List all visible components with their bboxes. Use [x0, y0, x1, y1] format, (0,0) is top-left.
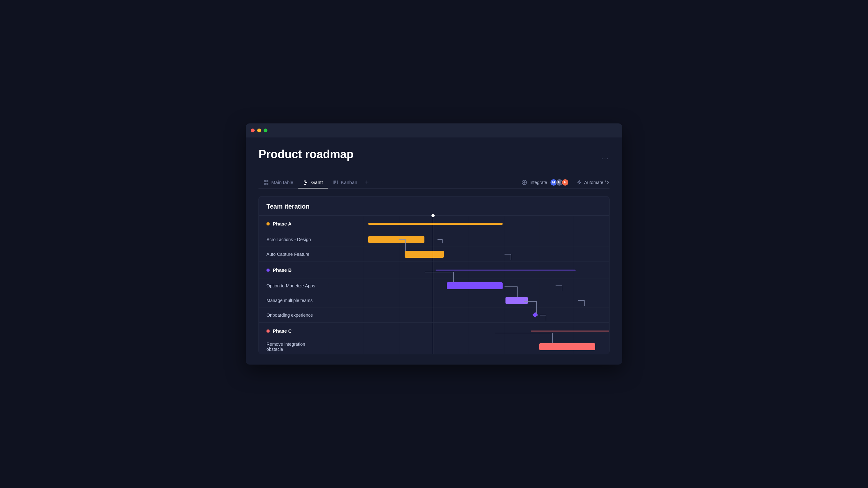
today-line-ac [433, 247, 433, 262]
today-line-mon [433, 279, 433, 293]
phase-c-label: Phase C [259, 328, 329, 334]
onboarding-label: Onboarding experience [259, 313, 329, 318]
svg-rect-5 [305, 182, 307, 183]
monetize-bar [447, 282, 503, 289]
svg-rect-0 [264, 180, 266, 182]
tab-kanban-label: Kanban [341, 180, 358, 185]
page-title: Product roadmap [258, 148, 353, 161]
tab-gantt-label: Gantt [311, 180, 323, 185]
today-line-pb [433, 262, 433, 279]
phase-a-dot [267, 222, 270, 226]
svg-rect-3 [267, 183, 268, 185]
scroll-actions-label: Scroll actions - Design [259, 237, 329, 242]
tab-kanban[interactable]: Kanban [328, 176, 363, 188]
task-row-monetize: Option to Monetize Apps [259, 279, 609, 293]
svg-rect-2 [264, 183, 266, 185]
today-line-ob [433, 308, 433, 322]
phase-group-b: Phase B [259, 262, 609, 322]
automate-button[interactable]: Automate / 2 [577, 180, 610, 185]
scroll-actions-bar-area [329, 232, 609, 247]
add-view-button[interactable]: + [363, 178, 371, 186]
minimize-button[interactable] [257, 129, 261, 132]
today-line-pc [433, 323, 433, 339]
table-icon [264, 180, 269, 185]
gantt-icon [304, 180, 309, 185]
tabs-bar: Main table Gantt Kanban + [258, 176, 610, 189]
svg-rect-9 [337, 181, 338, 184]
phase-b-line [436, 269, 576, 270]
automate-icon [577, 180, 582, 185]
task-row-onboarding: Onboarding experience [259, 308, 609, 322]
phase-a-title: Phase A [273, 221, 292, 226]
phase-a-bar-area [329, 216, 609, 232]
teams-bar-area [329, 293, 609, 308]
phase-c-title: Phase C [273, 328, 292, 334]
maximize-button[interactable] [264, 129, 268, 132]
phase-group-a: Phase A [259, 215, 609, 262]
phase-c-bar-area [329, 323, 609, 339]
phase-a-bar [368, 223, 503, 225]
task-row-auto-capture: Auto Capture Feature [259, 247, 609, 262]
today-line [433, 216, 433, 232]
avatar-group: M G F [550, 178, 569, 186]
integrate-label: Integrate [529, 180, 547, 185]
integrate-icon [522, 180, 527, 185]
tab-main-table[interactable]: Main table [258, 176, 299, 188]
teams-label: Manage multiple teams [259, 298, 329, 303]
phase-b-title: Phase B [273, 267, 292, 273]
phase-b-bar-area [329, 262, 609, 279]
tab-main-table-label: Main table [271, 180, 293, 185]
svg-rect-1 [267, 180, 268, 182]
today-line-sa [433, 232, 433, 247]
gantt-board: Team iteration Phase A [258, 196, 610, 354]
auto-capture-bar-area [329, 247, 609, 262]
avatar-3: F [561, 178, 569, 186]
integration-bar [539, 343, 595, 350]
phase-c-line [531, 330, 609, 331]
close-button[interactable] [251, 129, 255, 132]
board-title: Team iteration [259, 196, 609, 215]
kanban-icon [333, 180, 338, 185]
phase-group-c: Phase C [259, 322, 609, 354]
tab-gantt[interactable]: Gantt [299, 176, 328, 188]
phase-c-dot [267, 329, 270, 333]
phase-b-dot [267, 268, 270, 272]
app-window: Product roadmap ··· Main table [246, 124, 622, 364]
gantt-container: Phase A [259, 215, 609, 354]
phase-a-label: Phase A [259, 221, 329, 226]
task-row-integration: Remove integration obstacle [259, 339, 609, 354]
integration-bar-area [329, 339, 609, 354]
svg-rect-8 [335, 181, 336, 183]
monetize-label: Option to Monetize Apps [259, 283, 329, 288]
phase-row-a: Phase A [259, 216, 609, 232]
integrate-button[interactable]: Integrate M G F [522, 178, 569, 186]
today-line-teams [433, 293, 433, 308]
task-row-scroll-actions: Scroll actions - Design [259, 232, 609, 247]
phase-row-b: Phase B [259, 262, 609, 279]
scroll-actions-bar [368, 236, 425, 243]
onboarding-bar-area [329, 308, 609, 322]
phase-row-c: Phase C [259, 323, 609, 339]
phase-b-label: Phase B [259, 267, 329, 273]
titlebar [246, 124, 622, 137]
monetize-bar-area [329, 279, 609, 293]
svg-rect-6 [304, 184, 306, 185]
main-content: Product roadmap ··· Main table [246, 137, 622, 364]
today-line-int [433, 339, 433, 354]
auto-capture-label: Auto Capture Feature [259, 252, 329, 257]
tabs-right: Integrate M G F Automate / 2 [522, 178, 610, 186]
svg-rect-4 [304, 181, 306, 182]
auto-capture-bar [405, 251, 444, 258]
more-options-button[interactable]: ··· [601, 155, 610, 162]
today-dot [431, 214, 435, 217]
task-row-teams: Manage multiple teams [259, 293, 609, 308]
integration-label: Remove integration obstacle [259, 341, 329, 352]
svg-rect-7 [334, 181, 335, 184]
teams-bar [505, 297, 528, 304]
automate-label: Automate / 2 [584, 180, 610, 185]
